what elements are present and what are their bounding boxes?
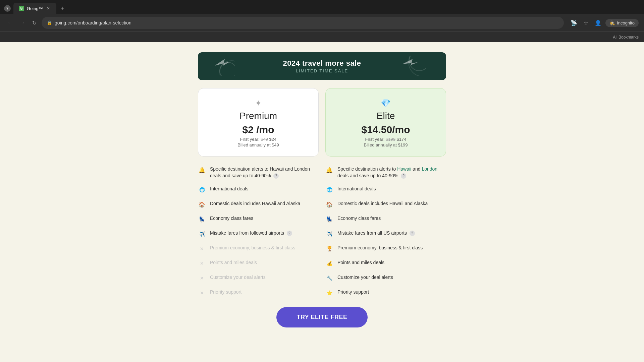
elite-feature-alerts: 🔔 Specific destination alerts to Hawaii … (325, 166, 446, 179)
sale-banner: 2024 travel more sale LIMITED TIME SALE (198, 52, 446, 80)
hawaii-link[interactable]: Hawaii (397, 166, 411, 172)
premium-plan-icon: ✦ (206, 99, 310, 108)
elite-feature-mistake: ✈️ Mistake fares from all US airports ? (325, 230, 446, 238)
bell-icon: 🔔 (198, 166, 206, 174)
premium-feature-premium-class: ✕ Premium economy, business & first clas… (198, 245, 319, 253)
page-content: 2024 travel more sale LIMITED TIME SALE … (0, 42, 644, 362)
tab-close-button[interactable]: ✕ (46, 6, 51, 11)
premium-miles-text: Points and miles deals (210, 259, 257, 266)
premium-billing-line1: First year: $49 $24 (206, 137, 310, 142)
premium-billing-prefix: First year: (240, 137, 260, 142)
premium-alerts-help-icon[interactable]: ? (273, 173, 279, 179)
elite-original-price: $199 (386, 137, 395, 142)
try-elite-free-button[interactable]: TRY ELITE FREE (276, 307, 367, 327)
elite-feature-miles: 💰 Points and miles deals (325, 259, 446, 267)
address-bar[interactable]: 🔒 going.com/onboarding/plan-selection (42, 17, 564, 29)
x-icon-customize: ✕ (198, 274, 206, 282)
elite-plan-icon: 💎 (334, 99, 438, 108)
premium-feature-support: ✕ Priority support (198, 289, 319, 297)
premium-feature-international: 🌐 International deals (198, 186, 319, 194)
elite-sale-price: $174 (397, 137, 407, 142)
elite-plan-name: Elite (334, 111, 438, 121)
cast-icon[interactable]: 📡 (569, 18, 579, 27)
browser-window: ▼ G Going™ ✕ + ← → ↻ 🔒 going.com/onboard… (0, 0, 644, 42)
support-icon-elite: ⭐ (325, 289, 333, 297)
tab-group-indicator[interactable]: ▼ (4, 5, 11, 12)
home-icon-premium: 🏠 (198, 200, 206, 208)
reload-button[interactable]: ↻ (30, 18, 39, 27)
premium-sale-price: $24 (269, 137, 277, 142)
elite-feature-premium-class: 🏆 Premium economy, business & first clas… (325, 245, 446, 253)
elite-billing-prefix: First year: (365, 137, 385, 142)
elite-billing-line2: Billed annually at $199 (334, 142, 438, 147)
elite-plan-card[interactable]: 💎 Elite $14.50/mo First year: $199 $174 … (325, 88, 446, 157)
elite-feature-economy: 💺 Economy class fares (325, 215, 446, 223)
elite-feature-international: 🌐 International deals (325, 186, 446, 194)
bookmark-icon[interactable]: ☆ (581, 18, 591, 27)
elite-mistake-text: Mistake fares from all US airports ? (337, 230, 415, 237)
premium-plan-price: $2 /mo (206, 124, 310, 135)
premium-features: 🔔 Specific destination alerts to Hawaii … (198, 166, 319, 304)
elite-feature-customize: 🔧 Customize your deal alerts (325, 274, 446, 282)
x-icon-miles: ✕ (198, 259, 206, 267)
elite-economy-text: Economy class fares (337, 215, 381, 222)
premium-feature-mistake: ✈️ Mistake fares from followed airports … (198, 230, 319, 238)
premium-premium-class-text: Premium economy, business & first class (210, 245, 295, 251)
active-tab[interactable]: G Going™ ✕ (13, 3, 56, 14)
tab-title: Going™ (27, 6, 43, 11)
premium-support-text: Priority support (210, 289, 241, 296)
profile-icon[interactable]: 👤 (593, 18, 603, 27)
plane-icon-premium: ✈️ (198, 230, 206, 238)
new-tab-button[interactable]: + (58, 4, 67, 13)
incognito-button[interactable]: 🕵️ Incognito (605, 19, 639, 27)
elite-customize-text: Customize your deal alerts (337, 274, 393, 281)
premium-mistake-text: Mistake fares from followed airports ? (210, 230, 292, 237)
premium-economy-text: Economy class fares (210, 215, 253, 222)
elite-billing-line1: First year: $199 $174 (334, 137, 438, 142)
features-container: 🔔 Specific destination alerts to Hawaii … (198, 166, 446, 304)
lock-icon: 🔒 (47, 20, 52, 25)
premium-alerts-text: Specific destination alerts to Hawaii an… (210, 166, 319, 179)
premium-feature-alerts: 🔔 Specific destination alerts to Hawaii … (198, 166, 319, 179)
premium-original-price: $49 (261, 137, 268, 142)
forward-button[interactable]: → (17, 18, 27, 27)
banner-text: 2024 travel more sale LIMITED TIME SALE (283, 59, 361, 73)
elite-domestic-text: Domestic deals includes Hawaii and Alask… (337, 200, 428, 207)
premium-feature-domestic: 🏠 Domestic deals includes Hawaii and Ala… (198, 200, 319, 208)
elite-feature-support: ⭐ Priority support (325, 289, 446, 297)
premium-customize-text: Customize your deal alerts (210, 274, 266, 281)
bell-icon-elite: 🔔 (325, 166, 333, 174)
home-icon-elite: 🏠 (325, 200, 333, 208)
trophy-icon-elite: 🏆 (325, 245, 333, 253)
svg-point-1 (220, 62, 235, 76)
back-button[interactable]: ← (5, 18, 15, 27)
banner-decoration-right (392, 56, 426, 77)
elite-premium-class-text: Premium economy, business & first class (337, 245, 423, 251)
seat-icon-premium: 💺 (198, 215, 206, 223)
navigation-bar: ← → ↻ 🔒 going.com/onboarding/plan-select… (0, 14, 644, 32)
x-icon-support: ✕ (198, 289, 206, 297)
x-icon-premium-class: ✕ (198, 245, 206, 253)
elite-plan-price: $14.50/mo (334, 124, 438, 135)
premium-plan-card[interactable]: ✦ Premium $2 /mo First year: $49 $24 Bil… (198, 88, 319, 157)
tab-bar: ▼ G Going™ ✕ + (0, 0, 644, 14)
plane-icon-elite: ✈️ (325, 230, 333, 238)
globe-icon-elite: 🌐 (325, 186, 333, 194)
globe-icon-premium: 🌐 (198, 186, 206, 194)
incognito-icon: 🕵️ (609, 20, 615, 25)
elite-alerts-help-icon[interactable]: ? (401, 173, 406, 179)
tab-favicon: G (19, 6, 24, 11)
london-link[interactable]: London (422, 166, 437, 172)
incognito-label: Incognito (617, 20, 635, 25)
banner-decoration-left (208, 56, 235, 77)
elite-mistake-help-icon[interactable]: ? (410, 231, 415, 236)
elite-feature-domestic: 🏠 Domestic deals includes Hawaii and Ala… (325, 200, 446, 208)
premium-mistake-help-icon[interactable]: ? (287, 231, 292, 236)
plans-container: ✦ Premium $2 /mo First year: $49 $24 Bil… (198, 88, 446, 157)
premium-feature-economy: 💺 Economy class fares (198, 215, 319, 223)
bookmarks-label: All Bookmarks (613, 35, 639, 40)
customize-icon-elite: 🔧 (325, 274, 333, 282)
premium-plan-name: Premium (206, 111, 310, 121)
banner-title: 2024 travel more sale (283, 59, 361, 68)
premium-billing-line2: Billed annually at $49 (206, 142, 310, 147)
